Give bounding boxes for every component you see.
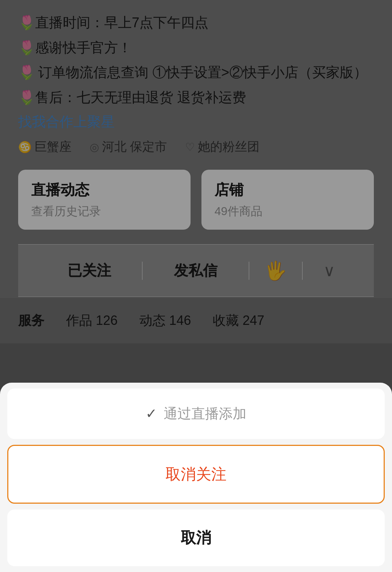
via-label-text: ✓ 通过直播添加	[146, 406, 247, 421]
unfollow-button[interactable]: 取消关注	[7, 445, 385, 504]
cancel-button[interactable]: 取消	[7, 509, 385, 566]
via-label-option: ✓ 通过直播添加	[7, 388, 385, 439]
checkmark-icon: ✓	[146, 406, 161, 421]
cancel-label: 取消	[181, 529, 211, 546]
unfollow-label: 取消关注	[166, 466, 226, 483]
bottom-sheet: ✓ 通过直播添加 取消关注 取消	[0, 383, 392, 572]
